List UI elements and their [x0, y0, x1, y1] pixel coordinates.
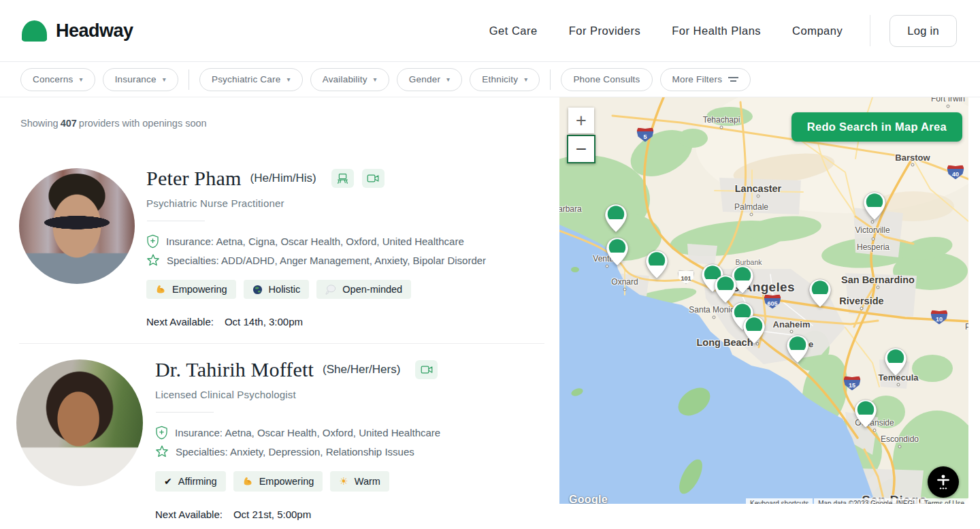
map-city-label: San Bernardino: [841, 274, 915, 285]
google-logo[interactable]: Google: [569, 494, 608, 504]
personality-tag: Open-minded: [316, 280, 411, 299]
provider-map-pin[interactable]: [884, 347, 907, 376]
redo-search-button[interactable]: Redo Search in Map Area: [791, 112, 962, 142]
globe-icon: [252, 285, 263, 295]
filter-bar: Concerns▾ Insurance▾ Psychiatric Care▾ A…: [0, 62, 980, 97]
filter-ethnicity[interactable]: Ethnicity▾: [470, 68, 540, 91]
map-city-label: Hesperia: [857, 242, 889, 252]
map-city-label: Tehachapi: [703, 115, 740, 125]
nav-divider: [870, 15, 870, 46]
map-town-dot: [911, 163, 915, 167]
filter-gender[interactable]: Gender▾: [397, 68, 462, 91]
filter-phone-consults[interactable]: Phone Consults: [561, 68, 652, 91]
provider-map-pin[interactable]: [714, 274, 737, 304]
provider-name[interactable]: Peter Pham: [146, 167, 241, 190]
terms-of-use-link[interactable]: Terms of Use: [920, 498, 968, 504]
provider-title: Psychiatric Nurse Practitioner: [146, 197, 486, 209]
in-person-icon: [331, 169, 354, 188]
provider-name[interactable]: Dr. Tahirih Moffett: [155, 358, 314, 381]
provider-results-list: Showing407providers with openings soon P…: [0, 98, 549, 529]
results-prefix: Showing: [20, 118, 59, 129]
chevron-down-icon: ▾: [524, 76, 527, 83]
personality-tag: ✔Affirming: [155, 471, 226, 492]
shield-plus-icon: [155, 426, 168, 440]
provider-title: Licensed Clinical Psychologist: [155, 389, 440, 400]
provider-card[interactable]: Dr. Tahirih Moffett (She/Her/Hers) Licen…: [0, 359, 549, 520]
headway-brand[interactable]: Headway: [22, 20, 133, 42]
card-divider: [19, 343, 544, 344]
filter-psychiatric-care[interactable]: Psychiatric Care▾: [199, 68, 303, 91]
filter-availability[interactable]: Availability▾: [310, 68, 389, 91]
keyboard-shortcuts-link[interactable]: Keyboard shortcuts: [746, 498, 813, 504]
provider-pronouns: (She/Her/Hers): [323, 363, 400, 376]
provider-card-body: Dr. Tahirih Moffett (She/Her/Hers) Licen…: [155, 359, 440, 520]
map-town-dot: [757, 195, 760, 198]
nav-item-for-providers[interactable]: For Providers: [569, 25, 641, 37]
brand-name: Headway: [56, 20, 133, 42]
insurance-row: Insurance: Aetna, Cigna, Oscar Health, O…: [146, 234, 486, 249]
session-type-icons: [415, 360, 438, 379]
next-available-row: Next Available:Oct 14th, 3:00pm: [146, 316, 486, 327]
map-city-label: Santa Barbara: [559, 204, 582, 214]
specialties-text: Specialties: ADD/ADHD, Anger Management,…: [167, 255, 486, 266]
personality-tag: Empowering: [146, 280, 236, 299]
map-city-label: Barstow: [895, 153, 930, 163]
filter-label: Phone Consults: [573, 74, 640, 84]
map-zoom-out-button[interactable]: −: [567, 135, 595, 163]
personality-tags: ✔AffirmingEmpowering☀Warm: [155, 471, 440, 492]
specialties-row: Specialties: ADD/ADHD, Anger Management,…: [146, 253, 486, 267]
provider-map-pin[interactable]: [645, 250, 668, 279]
divider: [156, 412, 214, 413]
video-icon: [415, 360, 438, 379]
map-town-dot: [860, 307, 864, 310]
filter-concerns[interactable]: Concerns▾: [20, 68, 95, 91]
provider-map-pin[interactable]: [742, 315, 766, 344]
map-data-text: Map data ©2023 Google, INEGI: [814, 498, 919, 504]
tag-label: Affirming: [178, 476, 217, 487]
provider-map-pin[interactable]: [854, 399, 877, 428]
chevron-down-icon: ▾: [79, 76, 82, 83]
accessibility-button[interactable]: [928, 466, 959, 498]
personality-tag: Holistic: [244, 280, 310, 299]
map-panel[interactable]: Fort IrwinTehachapiBarstowLancasterPalmd…: [559, 97, 968, 504]
chevron-down-icon: ▾: [374, 76, 377, 83]
map-town-dot: [897, 383, 900, 387]
map-town-dot: [720, 126, 723, 129]
provider-map-pin[interactable]: [808, 278, 832, 308]
map-city-label: Lancaster: [735, 183, 782, 194]
chevron-down-icon: ▾: [287, 76, 290, 83]
next-available-label: Next Available:: [146, 316, 214, 327]
map-zoom-in-button[interactable]: +: [568, 108, 594, 133]
personality-tag: ☀Warm: [330, 471, 389, 492]
check-icon: ✔: [164, 476, 172, 487]
filter-label: Gender: [409, 74, 440, 84]
filter-label: Availability: [323, 74, 368, 84]
next-available-value: Oct 14th, 3:00pm: [225, 316, 303, 327]
filter-more-filters[interactable]: More Filters: [660, 68, 751, 91]
provider-map-pin[interactable]: [606, 237, 629, 266]
login-button[interactable]: Log in: [889, 15, 957, 47]
chevron-down-icon: ▾: [163, 76, 166, 83]
provider-photo: [19, 168, 135, 284]
filter-insurance[interactable]: Insurance▾: [103, 68, 178, 91]
map-town-dot: [750, 213, 753, 217]
muscle-icon: [155, 284, 166, 295]
headway-logo-icon: [22, 20, 47, 42]
map-city-label: Palmdale: [734, 202, 768, 212]
shield-plus-icon: [146, 234, 159, 249]
muscle-icon: [242, 476, 253, 487]
nav-item-company[interactable]: Company: [792, 25, 843, 37]
map-town-dot: [871, 221, 875, 224]
nav-item-for-health-plans[interactable]: For Health Plans: [672, 25, 761, 37]
filter-group-divider: [550, 69, 551, 90]
provider-map-pin[interactable]: [863, 191, 886, 221]
map-attribution: Keyboard shortcuts Map data ©2023 Google…: [746, 498, 968, 504]
filter-group-divider: [189, 69, 189, 90]
provider-map-pin[interactable]: [604, 204, 627, 233]
divider: [147, 221, 205, 221]
provider-map-pin[interactable]: [786, 334, 809, 364]
insurance-text: Insurance: Aetna, Cigna, Oscar Health, O…: [166, 236, 464, 247]
thought-icon: [325, 284, 336, 295]
nav-item-get-care[interactable]: Get Care: [489, 25, 538, 37]
provider-card[interactable]: Peter Pham (He/Him/His) Psychiatric Nurs…: [0, 168, 549, 327]
